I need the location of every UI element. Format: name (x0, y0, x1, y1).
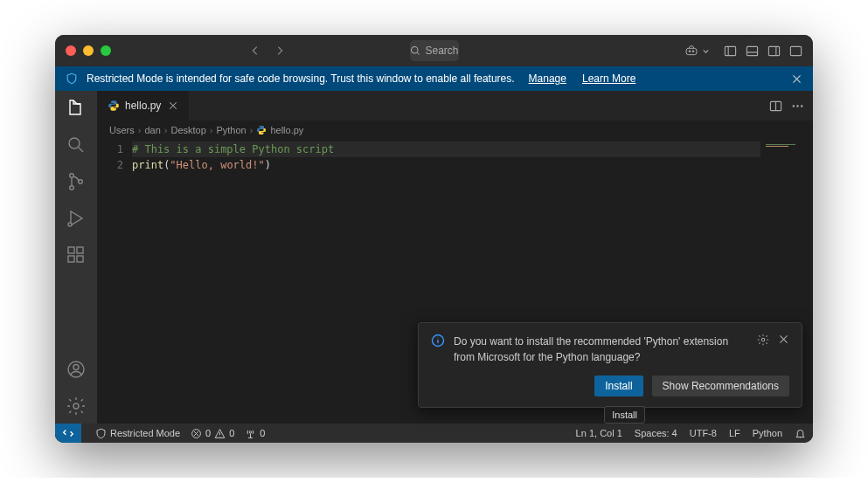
copilot-icon (684, 44, 698, 58)
breadcrumb-segment[interactable]: Python (216, 125, 246, 135)
editor-actions (769, 91, 813, 121)
breadcrumbs[interactable]: Users› dan› Desktop› Python› hello.py (97, 121, 813, 140)
window-controls (66, 45, 111, 56)
install-tooltip: Install (604, 406, 645, 424)
search-activity-icon[interactable] (66, 134, 87, 155)
restricted-mode-banner: Restricted Mode is intended for safe cod… (55, 66, 813, 91)
svg-point-18 (73, 365, 79, 370)
svg-rect-5 (746, 46, 757, 55)
breadcrumb-segment[interactable]: dan (144, 125, 160, 135)
banner-manage-link[interactable]: Manage (529, 72, 566, 85)
maximize-window-button[interactable] (101, 45, 111, 56)
line-number-gutter: 1 2 (97, 140, 132, 424)
restricted-mode-status[interactable]: Restricted Mode (95, 428, 180, 439)
info-icon (431, 334, 445, 348)
svg-point-25 (250, 431, 252, 432)
back-arrow-icon[interactable] (249, 45, 261, 57)
svg-rect-15 (77, 256, 83, 262)
svg-point-12 (68, 223, 72, 226)
run-debug-icon[interactable] (66, 208, 87, 229)
tab-close-icon[interactable] (168, 100, 178, 111)
svg-point-23 (801, 105, 802, 107)
settings-gear-icon[interactable] (66, 396, 87, 417)
restricted-mode-label: Restricted Mode (110, 428, 180, 438)
close-window-button[interactable] (66, 45, 76, 56)
customize-layout-icon[interactable] (789, 45, 802, 58)
activity-bar (55, 91, 97, 424)
warning-icon (214, 428, 226, 439)
extensions-icon[interactable] (66, 245, 87, 265)
toggle-secondary-sidebar-icon[interactable] (767, 45, 781, 58)
indentation-status[interactable]: Spaces: 4 (635, 428, 677, 438)
remote-indicator[interactable] (55, 424, 81, 443)
error-icon (191, 428, 202, 439)
radio-tower-icon (245, 428, 256, 439)
encoding-status[interactable]: UTF-8 (690, 428, 717, 438)
toast-close-icon[interactable] (778, 334, 789, 346)
show-recommendations-button[interactable]: Show Recommendations (652, 376, 789, 396)
split-editor-icon[interactable] (769, 100, 782, 113)
svg-rect-13 (68, 247, 74, 253)
python-file-icon (256, 125, 267, 135)
toast-message: Do you want to install the recommended '… (454, 334, 748, 365)
svg-rect-1 (686, 48, 697, 54)
problems-status[interactable]: 0 0 (191, 428, 234, 439)
eol-status[interactable]: LF (729, 428, 740, 438)
svg-point-10 (70, 186, 74, 190)
breadcrumb-segment[interactable]: Users (109, 125, 135, 135)
svg-point-27 (761, 338, 765, 341)
shield-icon (95, 428, 107, 439)
code-line: print("Hello, world!") (132, 157, 760, 173)
code-line: # This is a simple Python script (132, 141, 760, 157)
svg-point-9 (70, 174, 74, 178)
toggle-panel-icon[interactable] (746, 45, 759, 58)
explorer-icon[interactable] (66, 98, 87, 119)
source-control-icon[interactable] (66, 171, 87, 192)
line-number: 2 (97, 157, 123, 173)
forward-arrow-icon[interactable] (274, 45, 286, 57)
svg-rect-4 (725, 46, 735, 55)
line-number: 1 (97, 141, 123, 157)
svg-point-2 (689, 51, 691, 52)
accounts-icon[interactable] (66, 359, 87, 380)
editor-tabs: hello.py (97, 91, 813, 121)
banner-message: Restricted Mode is intended for safe cod… (87, 72, 515, 85)
minimize-window-button[interactable] (83, 45, 94, 56)
banner-learn-more-link[interactable]: Learn More (582, 72, 635, 85)
error-count: 0 (205, 428, 211, 438)
more-actions-icon[interactable] (791, 100, 804, 113)
svg-point-21 (793, 105, 795, 107)
ports-count: 0 (260, 428, 265, 438)
breadcrumb-file[interactable]: hello.py (270, 125, 303, 135)
ports-status[interactable]: 0 (245, 428, 265, 439)
search-placeholder: Search (425, 45, 458, 57)
python-file-icon (108, 100, 120, 112)
notifications-icon[interactable] (795, 428, 806, 439)
editor-tab-hello-py[interactable]: hello.py (97, 91, 190, 121)
cursor-position-status[interactable]: Ln 1, Col 1 (576, 428, 622, 438)
install-button[interactable]: Install (594, 376, 642, 396)
titlebar-right (684, 44, 802, 58)
copilot-button[interactable] (684, 44, 710, 58)
svg-point-8 (69, 138, 80, 148)
svg-point-0 (411, 47, 418, 54)
nav-arrows (249, 45, 286, 57)
warning-count: 0 (229, 428, 234, 438)
svg-point-19 (73, 403, 79, 409)
search-icon (409, 45, 420, 56)
breadcrumb-segment[interactable]: Desktop (170, 125, 205, 135)
svg-rect-6 (768, 46, 779, 55)
banner-close-icon[interactable] (791, 73, 802, 85)
tab-filename: hello.py (125, 100, 161, 112)
status-bar: Restricted Mode 0 0 0 Ln 1, Col 1 Spaces… (55, 424, 813, 443)
language-mode-status[interactable]: Python (753, 428, 782, 438)
svg-rect-7 (790, 46, 801, 55)
shield-icon (66, 72, 78, 85)
title-bar: Search (55, 35, 813, 66)
notification-toast: Do you want to install the recommended '… (418, 322, 802, 408)
toast-settings-icon[interactable] (757, 334, 769, 346)
command-center-search[interactable]: Search (409, 40, 458, 61)
chevron-down-icon (702, 47, 710, 55)
toggle-primary-sidebar-icon[interactable] (724, 45, 737, 58)
svg-point-3 (692, 51, 694, 52)
